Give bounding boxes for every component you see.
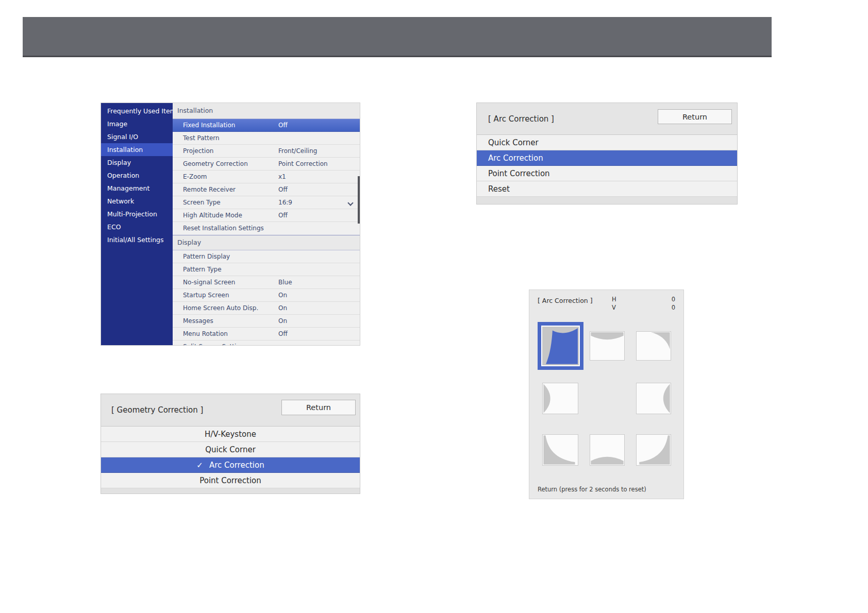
arc-menu-item-point-correction[interactable]: Point Correction [477, 166, 737, 181]
menu-row-split-screen-setting[interactable]: Split Screen Setting [173, 340, 360, 345]
arc-top-left-tile[interactable] [538, 322, 583, 370]
geometry-menu-item-quick-corner[interactable]: Quick Corner [101, 442, 360, 457]
item-label: Arc Correction [209, 461, 264, 470]
menu-row-test-pattern[interactable]: Test Pattern [173, 132, 360, 145]
row-value: On [278, 302, 287, 315]
sidebar-item-multi-projection[interactable]: Multi-Projection [101, 208, 173, 220]
row-value: Off [278, 328, 288, 340]
arc-top-right-icon [637, 332, 671, 360]
sidebar-item-frequently-used[interactable]: Frequently Used Items [101, 105, 173, 117]
geometry-menu-item-point-correction[interactable]: Point Correction [101, 473, 360, 488]
return-button[interactable]: Return [658, 109, 732, 124]
row-value: Off [278, 209, 288, 222]
row-value: Off [278, 183, 288, 196]
menu-row-remote-receiver[interactable]: Remote Receiver Off [173, 183, 360, 196]
row-value: 16:9 [278, 196, 292, 209]
screen: Frequently Used Items Image Signal I/O I… [0, 0, 868, 613]
geometry-menu-item-hv-keystone[interactable]: H/V-Keystone [101, 427, 360, 442]
sidebar-item-display[interactable]: Display [101, 156, 173, 169]
sidebar-item-initial-all-settings[interactable]: Initial/All Settings [101, 233, 173, 246]
sidebar-item-network[interactable]: Network [101, 195, 173, 208]
arc-bottom-tile[interactable] [590, 434, 625, 466]
menu-row-projection[interactable]: Projection Front/Ceiling [173, 145, 360, 158]
sidebar-item-image[interactable]: Image [101, 117, 173, 130]
row-label: Test Pattern [183, 132, 220, 145]
menu-row-messages[interactable]: Messages On [173, 315, 360, 328]
item-label: Quick Corner [205, 445, 256, 454]
menu-row-high-altitude-mode[interactable]: High Altitude Mode Off [173, 209, 360, 222]
return-button[interactable]: Return [281, 400, 356, 415]
chevron-down-icon [347, 200, 353, 206]
arc-menu-item-reset[interactable]: Reset [477, 181, 737, 197]
menu-row-fixed-installation[interactable]: Fixed Installation Off [173, 119, 360, 132]
arc-menu-item-quick-corner[interactable]: Quick Corner [477, 135, 737, 150]
scrollbar-thumb[interactable] [358, 176, 360, 224]
arc-menu-item-arc-correction[interactable]: Arc Correction [477, 150, 737, 166]
item-label: Arc Correction [477, 154, 543, 163]
sidebar-item-eco[interactable]: ECO [101, 220, 173, 233]
panel-footer-strip [101, 488, 360, 493]
section-title-installation: Installation [173, 103, 360, 118]
row-label: Pattern Type [183, 263, 222, 276]
arc-menu-header: [ Arc Correction ] Return [477, 103, 737, 135]
menu-row-pattern-type[interactable]: Pattern Type [173, 263, 360, 276]
sidebar-item-management[interactable]: Management [101, 182, 173, 195]
row-label: Menu Rotation [183, 328, 228, 340]
row-label: Home Screen Auto Disp. [183, 302, 258, 315]
v-axis-label: V [612, 304, 616, 311]
arc-right-icon [637, 383, 671, 414]
sidebar-item-signal-io[interactable]: Signal I/O [101, 130, 173, 143]
arc-adjust-title: [ Arc Correction ] [538, 297, 593, 304]
menu-content: Installation Fixed Installation Off Test… [173, 103, 360, 345]
row-label: Startup Screen [183, 289, 229, 302]
row-label: Pattern Display [183, 250, 230, 263]
arc-bottom-right-tile[interactable] [636, 434, 671, 466]
item-label: Reset [477, 184, 510, 194]
menu-row-home-screen-auto-disp[interactable]: Home Screen Auto Disp. On [173, 302, 360, 315]
row-value: Off [278, 119, 288, 132]
menu-row-no-signal-screen[interactable]: No-signal Screen Blue [173, 276, 360, 289]
row-label: Reset Installation Settings [183, 222, 264, 235]
arc-top-right-tile[interactable] [636, 331, 671, 361]
arc-left-icon [543, 383, 578, 414]
menu-row-startup-screen[interactable]: Startup Screen On [173, 289, 360, 302]
check-icon: ✓ [196, 457, 203, 473]
menu-row-menu-rotation[interactable]: Menu Rotation Off [173, 328, 360, 340]
menu-row-e-zoom[interactable]: E-Zoom x1 [173, 171, 360, 183]
row-label: E-Zoom [183, 171, 207, 183]
row-label: Split Screen Setting [183, 340, 244, 345]
menu-sidebar: Frequently Used Items Image Signal I/O I… [101, 103, 173, 345]
menu-row-geometry-correction[interactable]: Geometry Correction Point Correction [173, 158, 360, 171]
installation-rows: Fixed Installation Off Test Pattern Proj… [173, 118, 360, 235]
row-value: On [278, 289, 287, 302]
projector-main-menu: Frequently Used Items Image Signal I/O I… [101, 103, 360, 345]
display-rows: Pattern Display Pattern Type No-signal S… [173, 250, 360, 345]
row-value: On [278, 315, 287, 328]
arc-top-tile[interactable] [590, 331, 625, 361]
arc-top-left-icon [541, 326, 580, 366]
arc-bottom-left-tile[interactable] [542, 434, 578, 466]
menu-row-pattern-display[interactable]: Pattern Display [173, 250, 360, 263]
arc-menu-title: [ Arc Correction ] [488, 114, 554, 124]
geometry-menu-item-arc-correction[interactable]: ✓Arc Correction [101, 457, 360, 473]
arc-right-tile[interactable] [636, 383, 671, 414]
row-label: Screen Type [183, 196, 221, 209]
row-label: No-signal Screen [183, 276, 235, 289]
arc-left-tile[interactable] [542, 383, 578, 414]
arc-top-icon [590, 332, 624, 360]
arc-bottom-left-icon [543, 435, 578, 465]
arc-bottom-right-icon [637, 435, 671, 465]
menu-row-screen-type[interactable]: Screen Type 16:9 [173, 196, 360, 209]
row-label: Projection [183, 145, 213, 158]
row-label: Fixed Installation [183, 119, 235, 132]
sidebar-item-installation[interactable]: Installation [101, 143, 173, 156]
window-title-bar [23, 17, 772, 57]
arc-correction-menu: [ Arc Correction ] Return Quick Corner A… [477, 103, 737, 204]
sidebar-item-operation[interactable]: Operation [101, 169, 173, 182]
h-axis-label: H [612, 296, 616, 303]
section-title-display: Display [173, 235, 360, 250]
row-label: High Altitude Mode [183, 209, 242, 222]
panel-footer-strip [477, 197, 737, 204]
h-axis-value: 0 [672, 296, 675, 303]
menu-row-reset-installation-settings[interactable]: Reset Installation Settings [173, 222, 360, 235]
